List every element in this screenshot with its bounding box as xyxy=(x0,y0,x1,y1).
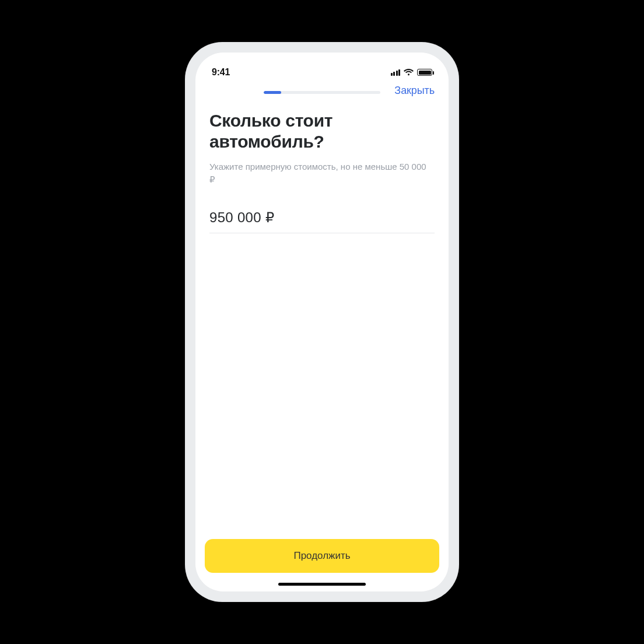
battery-icon xyxy=(417,69,432,76)
status-icons xyxy=(391,69,433,76)
wifi-icon xyxy=(404,69,414,76)
progress-fill xyxy=(264,91,281,94)
page-subtitle: Укажите примерную стоимость, но не меньш… xyxy=(209,160,435,186)
status-time: 9:41 xyxy=(212,67,230,78)
continue-button[interactable]: Продолжить xyxy=(205,539,439,573)
amount-value: 950 000 ₽ xyxy=(209,209,435,226)
cellular-signal-icon xyxy=(391,69,401,76)
page-title: Сколько стоит автомобиль? xyxy=(209,110,435,152)
home-indicator[interactable] xyxy=(278,583,366,586)
phone-frame: 9:41 xyxy=(185,42,459,602)
status-bar: 9:41 xyxy=(195,58,449,86)
close-button[interactable]: Закрыть xyxy=(394,84,435,96)
progress-bar xyxy=(264,91,380,94)
header-row: Закрыть xyxy=(195,86,449,94)
content: Сколько стоит автомобиль? Укажите пример… xyxy=(195,94,449,539)
stage: 9:41 xyxy=(0,0,644,644)
amount-input-row[interactable]: 950 000 ₽ xyxy=(209,209,435,233)
phone-screen: 9:41 xyxy=(195,52,449,592)
